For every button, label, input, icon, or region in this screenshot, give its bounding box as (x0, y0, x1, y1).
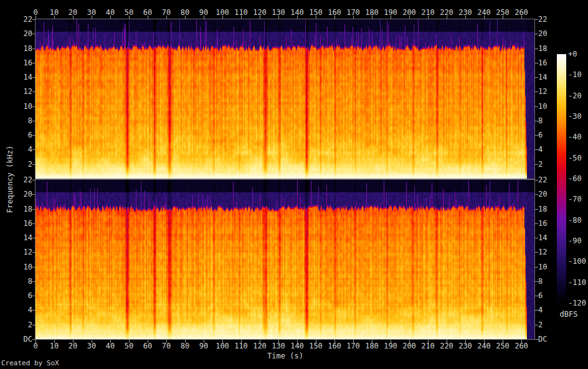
freq-tick-label: 20 (14, 190, 32, 198)
time-tick-label: 160 (328, 342, 341, 350)
freq-tick-label: 2 (538, 161, 559, 168)
freq-tick-label: 14 (14, 234, 32, 241)
db-tick-label: -80 (568, 217, 582, 224)
freq-tick-label: 20 (14, 30, 32, 37)
freq-tick-label: DC (538, 335, 559, 343)
time-tick-label: 230 (458, 342, 472, 350)
time-tick-label: 140 (290, 342, 304, 350)
time-tick-label: 40 (106, 342, 115, 350)
time-tick-mark (297, 340, 298, 343)
db-tick-label: -100 (568, 258, 586, 265)
sox-spectrogram-image: 0010102020303040405050606070708080909010… (0, 0, 588, 369)
freq-tick-label: 6 (14, 131, 32, 139)
time-tick-mark (447, 340, 447, 343)
freq-tick-label: 12 (14, 248, 32, 256)
freq-tick-label: 18 (14, 45, 32, 52)
time-tick-mark (260, 340, 260, 343)
time-tick-label: 60 (143, 342, 152, 350)
freq-tick-label: 12 (538, 88, 559, 95)
time-tick-mark (110, 340, 111, 343)
freq-tick-mark (535, 339, 538, 340)
freq-tick-mark (535, 310, 538, 311)
spectrogram-panel-channel-1 (35, 19, 535, 179)
freq-tick-mark (535, 325, 538, 325)
freq-tick-label: 8 (538, 117, 559, 124)
freq-tick-mark (535, 180, 538, 180)
freq-tick-label: 4 (14, 306, 32, 314)
spectrogram-canvas-channel-1 (36, 19, 534, 179)
freq-tick-mark (535, 121, 538, 121)
freq-tick-label: 20 (538, 190, 559, 198)
db-tick-label: -120 (568, 299, 586, 307)
time-tick-mark (316, 340, 316, 343)
time-tick-mark (334, 340, 335, 343)
time-tick-label: 90 (199, 342, 208, 350)
time-tick-label: 130 (272, 342, 285, 350)
time-tick-mark (521, 340, 522, 343)
freq-tick-mark (535, 91, 538, 92)
time-tick-mark (222, 340, 223, 343)
freq-tick-mark (535, 149, 538, 150)
time-tick-mark (166, 340, 167, 343)
freq-tick-label: 12 (538, 248, 559, 256)
freq-tick-label: 14 (14, 73, 32, 81)
time-tick-label: 110 (234, 342, 248, 350)
spectrogram-panel-channel-2 (35, 179, 535, 340)
time-tick-label: 20 (69, 342, 77, 350)
time-tick-label: 10 (50, 342, 59, 350)
freq-tick-mark (535, 252, 538, 253)
time-tick-mark (372, 340, 372, 343)
freq-tick-label: 22 (14, 176, 32, 184)
time-tick-label: 250 (496, 342, 510, 350)
freq-tick-label: 10 (538, 263, 559, 271)
freq-tick-label: 6 (538, 292, 559, 299)
freq-tick-label: 22 (538, 176, 559, 184)
time-tick-label: 170 (346, 342, 360, 350)
time-tick-mark (428, 340, 429, 343)
db-tick-label: -60 (568, 175, 582, 182)
freq-tick-mark (535, 19, 538, 20)
freq-tick-label: 14 (538, 234, 559, 241)
time-tick-label: 0 (33, 342, 37, 350)
spectrogram-canvas-channel-2 (36, 180, 534, 339)
time-tick-mark (204, 340, 204, 343)
freq-tick-label: 12 (14, 88, 32, 95)
time-tick-label: 260 (514, 342, 528, 350)
freq-tick-mark (535, 281, 538, 282)
freq-tick-label: 22 (538, 16, 559, 23)
freq-tick-label: 16 (538, 220, 559, 227)
time-axis-title: Time (s) (267, 352, 303, 360)
time-tick-label: 80 (181, 342, 189, 350)
freq-tick-label: 2 (14, 161, 32, 168)
db-tick-label: -110 (568, 279, 586, 286)
freq-tick-label: 6 (538, 131, 559, 139)
freq-tick-mark (535, 164, 538, 165)
freq-tick-label: 8 (14, 117, 32, 124)
time-tick-label: 240 (477, 342, 491, 350)
freq-tick-label: 8 (538, 278, 559, 285)
freq-tick-label: 18 (538, 45, 559, 52)
colorbar-units-label: dBFS (560, 311, 578, 318)
db-tick-label: -20 (568, 92, 582, 100)
time-tick-mark (129, 340, 130, 343)
freq-tick-label: 4 (14, 146, 32, 153)
freq-tick-label: 2 (14, 321, 32, 329)
time-tick-mark (241, 340, 242, 343)
freq-tick-mark (535, 296, 538, 296)
time-tick-label: 30 (87, 342, 96, 350)
freq-tick-mark (535, 135, 538, 136)
db-tick-label: -90 (568, 237, 582, 245)
time-tick-label: 190 (384, 342, 397, 350)
freq-tick-mark (535, 223, 538, 224)
time-tick-mark (465, 340, 466, 343)
time-tick-label: 180 (365, 342, 379, 350)
time-tick-mark (36, 340, 36, 343)
db-tick-label: -30 (568, 113, 582, 120)
freq-tick-mark (535, 209, 538, 210)
db-tick-label: -50 (568, 154, 582, 162)
freq-tick-label: 6 (14, 292, 32, 299)
freq-tick-mark (535, 194, 538, 195)
freq-tick-label: 18 (538, 205, 559, 213)
freq-tick-label: 10 (14, 263, 32, 271)
frequency-axis-title: Frequency (kHz) (6, 146, 14, 213)
